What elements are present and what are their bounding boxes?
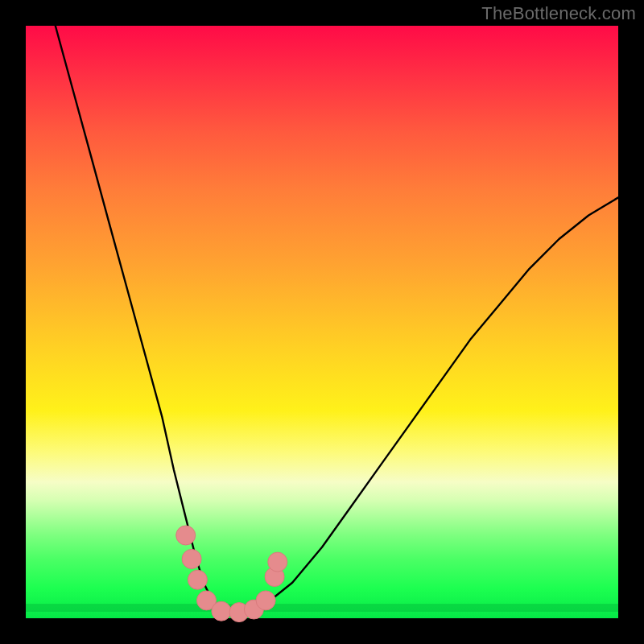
curve-marker [212, 601, 231, 621]
curve-marker [188, 570, 207, 589]
curve-marker [182, 549, 201, 568]
chart-frame: TheBottleneck.com [0, 0, 644, 644]
watermark-text: TheBottleneck.com [481, 3, 636, 24]
curve-layer [26, 26, 618, 618]
curve-marker [176, 526, 196, 545]
bottleneck-curve [56, 26, 618, 613]
curve-marker [256, 591, 275, 610]
curve-markers [176, 526, 287, 622]
curve-marker [268, 552, 287, 572]
